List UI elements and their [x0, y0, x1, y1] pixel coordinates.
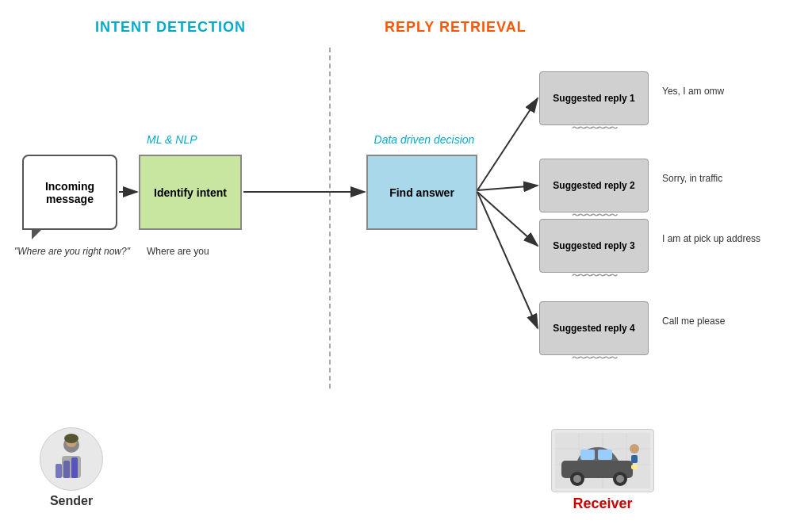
reply-card-3: Suggested reply 3 [539, 219, 649, 273]
reply-text-4: Call me please [662, 316, 725, 327]
reply-card-2-label: Suggested reply 2 [553, 180, 634, 191]
receiver-icon [551, 429, 654, 492]
svg-line-5 [477, 192, 538, 246]
intent-sublabel: Where are you [147, 246, 209, 257]
sender-label: Sender [50, 494, 93, 508]
intent-section-label: INTENT DETECTION [95, 19, 246, 36]
sender-area: Sender [40, 427, 103, 508]
reply-text-3: I am at pick up address [662, 233, 760, 244]
find-answer-box: Find answer [366, 155, 477, 230]
reply-section-label: REPLY RETRIEVAL [385, 19, 527, 36]
ml-nlp-label: ML & NLP [147, 133, 197, 146]
svg-rect-22 [598, 450, 612, 460]
section-divider [329, 48, 331, 388]
arrows-svg [0, 0, 812, 532]
reply-card-4: Suggested reply 4 [539, 301, 649, 355]
svg-point-26 [616, 475, 624, 483]
svg-point-13 [64, 434, 79, 443]
diagram-area: INTENT DETECTION REPLY RETRIEVAL Incomin… [0, 0, 812, 532]
svg-rect-27 [631, 465, 638, 469]
reply-card-4-label: Suggested reply 4 [553, 323, 634, 334]
svg-rect-9 [56, 464, 62, 478]
reply-card-1-label: Suggested reply 1 [553, 93, 634, 104]
incoming-message-box: Incoming message [22, 155, 117, 230]
receiver-label: Receiver [573, 496, 632, 512]
svg-point-28 [630, 444, 639, 454]
svg-rect-11 [71, 457, 78, 478]
incoming-quote: "Where are you right now?" [14, 246, 130, 257]
svg-line-6 [477, 192, 538, 328]
svg-line-4 [477, 186, 538, 190]
svg-rect-21 [580, 450, 595, 460]
svg-rect-29 [631, 455, 638, 463]
incoming-message-text: Incoming message [30, 180, 109, 205]
reply-text-2: Sorry, in traffic [662, 173, 722, 184]
reply-card-3-label: Suggested reply 3 [553, 240, 634, 251]
svg-rect-10 [63, 461, 70, 478]
reply-card-1: Suggested reply 1 [539, 71, 649, 125]
receiver-area: Receiver [551, 429, 654, 512]
identify-intent-box: Identify intent [139, 155, 242, 230]
reply-card-2: Suggested reply 2 [539, 159, 649, 212]
svg-point-24 [573, 475, 581, 483]
sender-icon [40, 427, 103, 491]
svg-line-3 [477, 98, 538, 190]
reply-text-1: Yes, I am omw [662, 86, 724, 97]
data-driven-label: Data driven decision [373, 133, 476, 146]
